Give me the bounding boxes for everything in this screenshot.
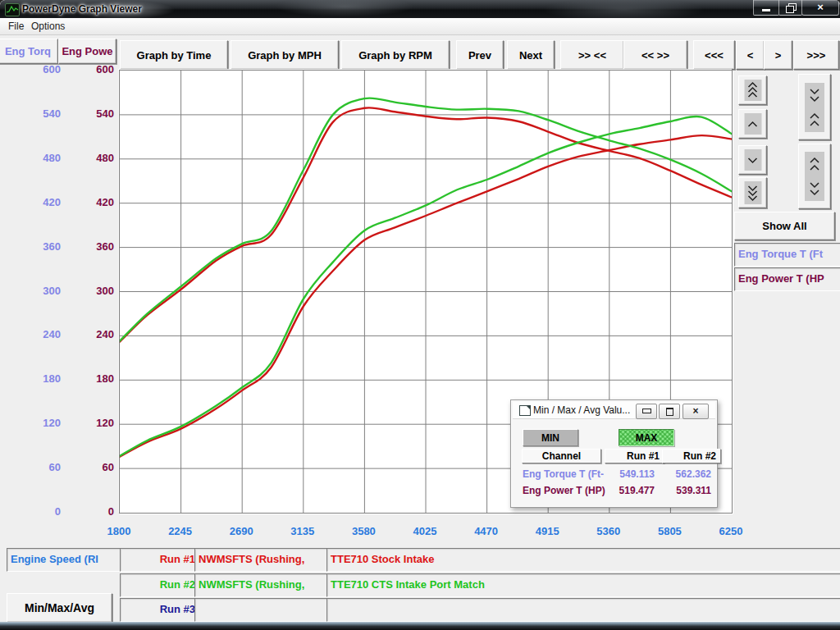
menu-options[interactable]: Options (26, 18, 70, 34)
run3-description-field[interactable] (326, 598, 840, 622)
run3-label-cell[interactable]: Run #3 (120, 598, 201, 622)
power-tick-label: 120 (0, 417, 114, 429)
minimize-button[interactable] (753, 0, 779, 16)
prev-button[interactable]: Prev (456, 40, 504, 70)
minmax-row-run1-value: 519.477 (605, 485, 655, 496)
scroll-left-fast-button[interactable]: <<< (693, 40, 735, 70)
torque-axis-ticks: 060120180240300360420480540600 (0, 0, 61, 630)
power-tick-label: 60 (0, 461, 114, 473)
menu-file[interactable]: File (3, 18, 29, 34)
torque-tick-label: 360 (0, 240, 61, 253)
torque-channel-label[interactable]: Eng Torque T (Ft (734, 243, 840, 267)
chevron-up-icon (744, 113, 761, 135)
scale-up-fast-button[interactable] (738, 75, 767, 105)
run3-name-field[interactable] (194, 598, 327, 622)
scale-up-button[interactable] (738, 109, 767, 139)
torque-tick-label: 60 (0, 461, 61, 473)
minmax-row-run2-value: 562.362 (662, 468, 711, 480)
minmax-title-bar[interactable]: Min / Max / Avg Valu... × (513, 402, 715, 419)
power-tick-label: 480 (0, 152, 114, 164)
power-tick-label: 300 (0, 285, 114, 297)
zoom-out-x-button[interactable]: << >> (623, 40, 687, 70)
graph-by-mph-button[interactable]: Graph by MPH (231, 40, 339, 70)
rpm-tick-label: 4025 (400, 525, 450, 537)
eng-power-channel-button[interactable]: Eng Powe (58, 39, 116, 64)
torque-tick-label: 240 (0, 328, 61, 340)
power-tick-label: 540 (0, 107, 114, 120)
run2-name-field[interactable]: NWMSFTS (Rushing, (194, 573, 327, 597)
torque-tick-label: 540 (0, 107, 61, 120)
torque-tick-label: 480 (0, 152, 61, 164)
minmax-row-channel: Eng Power T (HP) (523, 485, 605, 496)
torque-tick-label: 180 (0, 372, 61, 385)
power-tick-label: 0 (0, 505, 114, 518)
zoom-in-x-button[interactable]: >> << (560, 40, 624, 70)
min-toggle-button[interactable]: MIN (523, 429, 578, 446)
torque-tick-label: 0 (0, 505, 61, 518)
torque-tick-label: 120 (0, 417, 61, 429)
app-icon (5, 3, 20, 16)
run1-column-header[interactable]: Run #1 (605, 449, 664, 463)
minmax-row-channel: Eng Torque T (Ft- (523, 468, 604, 480)
power-tick-label: 420 (0, 196, 114, 208)
minmax-window-title: Min / Max / Avg Valu... (533, 404, 630, 416)
scale-down-button[interactable] (738, 145, 767, 175)
run1-description-field[interactable]: TTE710 Stock Intake (326, 548, 840, 572)
restore-icon (788, 3, 797, 11)
window-bottom-frame (0, 622, 840, 630)
run2-column-header[interactable]: Run #2 (662, 449, 721, 463)
graph-by-time-button[interactable]: Graph by Time (120, 40, 228, 70)
expand-range-icon (805, 152, 824, 201)
expand-y-range-button[interactable] (798, 144, 831, 209)
minmax-maximize-button[interactable] (659, 404, 680, 419)
minmax-minimize-button[interactable] (636, 404, 657, 419)
rpm-tick-label: 5805 (645, 525, 694, 537)
channel-column-header[interactable]: Channel (522, 449, 601, 463)
scroll-right-button[interactable]: > (764, 40, 792, 70)
maximize-icon (666, 408, 673, 416)
power-tick-label: 240 (0, 328, 114, 340)
torque-tick-label: 600 (0, 63, 61, 75)
eng-torque-channel-button[interactable]: Eng Torq (0, 39, 58, 64)
run1-name-field[interactable]: NWMSFTS (Rushing, (194, 548, 327, 572)
minmax-row-run2-value: 539.311 (662, 485, 711, 496)
graph-by-rpm-button[interactable]: Graph by RPM (341, 40, 450, 70)
minimize-icon (762, 9, 770, 11)
minimize-icon (642, 409, 651, 413)
rpm-tick-label: 3135 (278, 525, 327, 537)
rpm-tick-label: 4915 (523, 525, 572, 537)
restore-button[interactable] (778, 0, 802, 16)
rpm-tick-label: 5360 (584, 525, 633, 537)
rpm-tick-label: 6250 (706, 525, 756, 537)
minmax-window[interactable]: Min / Max / Avg Valu... × MIN MAX Channe… (510, 399, 718, 508)
power-tick-label: 360 (0, 240, 114, 253)
scroll-left-button[interactable]: < (736, 40, 765, 70)
minmaxavg-button[interactable]: Min/Max/Avg (7, 593, 112, 623)
chevron-up-triple-icon (744, 80, 761, 101)
next-button[interactable]: Next (507, 40, 555, 70)
scale-down-fast-button[interactable] (738, 177, 767, 208)
run2-description-field[interactable]: TTE710 CTS Intake Port Match (326, 573, 840, 597)
run1-label-cell[interactable]: Run #1 (120, 548, 201, 572)
window-title: PowerDyne Graph Viewer (22, 3, 142, 15)
torque-tick-label: 300 (0, 285, 61, 297)
collapse-y-range-button[interactable] (798, 74, 831, 140)
title-bar[interactable]: PowerDyne Graph Viewer × (0, 0, 840, 18)
run2-label-cell[interactable]: Run #2 (120, 573, 201, 597)
chevron-down-triple-icon (744, 181, 761, 204)
rpm-tick-label: 2690 (217, 525, 266, 537)
rpm-tick-label: 3580 (339, 525, 388, 537)
max-toggle-button[interactable]: MAX (619, 429, 674, 446)
collapse-range-icon (805, 83, 824, 132)
rpm-tick-label: 2245 (156, 525, 205, 537)
close-icon: × (802, 0, 838, 14)
minmax-row-run1-value: 549.113 (605, 468, 655, 480)
show-all-button[interactable]: Show All (734, 212, 835, 240)
x-axis-channel-field[interactable]: Engine Speed (RI (7, 548, 121, 572)
minmax-close-button[interactable]: × (682, 404, 709, 419)
close-icon: × (683, 404, 708, 418)
power-axis-ticks: 060120180240300360420480540600 (0, 0, 114, 630)
close-button[interactable]: × (801, 0, 839, 16)
power-channel-label[interactable]: Eng Power T (HP (734, 267, 840, 291)
scroll-right-fast-button[interactable]: >>> (793, 40, 839, 70)
